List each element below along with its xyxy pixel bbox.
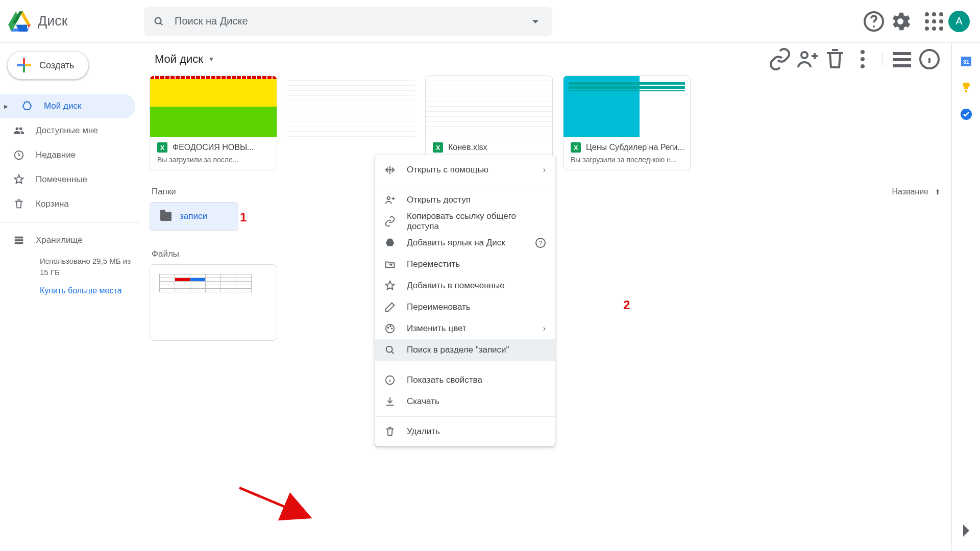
svg-point-9: [939, 19, 943, 23]
file-pane: Мой диск ▼: [140, 43, 951, 551]
file-card[interactable]: [150, 264, 277, 341]
svg-rect-21: [893, 52, 911, 55]
link-icon: [384, 216, 396, 227]
ctx-download[interactable]: Скачать: [375, 391, 555, 412]
ctx-get-link[interactable]: Копировать ссылку общего доступа: [375, 211, 555, 232]
right-side-panel: 31: [951, 43, 980, 551]
pane-header: Мой диск ▼: [140, 43, 951, 76]
help-icon[interactable]: ?: [535, 238, 546, 248]
file-subtitle: Вы загрузили за после...: [150, 155, 277, 170]
plus-icon: [17, 58, 31, 72]
settings-gear-icon[interactable]: [888, 9, 913, 34]
svg-point-6: [939, 12, 943, 16]
chevron-right-icon: ›: [543, 324, 546, 333]
keep-icon[interactable]: [960, 82, 972, 94]
content-wrapper: Создать ▶ Мой диск Доступные мне: [0, 43, 980, 551]
view-list-button[interactable]: [890, 47, 914, 71]
calendar-icon[interactable]: 31: [960, 55, 972, 67]
get-link-button[interactable]: [768, 47, 792, 71]
file-thumbnail: [564, 76, 690, 137]
pencil-icon: [384, 302, 396, 313]
nav-label: Хранилище: [36, 235, 83, 245]
expand-caret-icon[interactable]: ▶: [4, 104, 8, 109]
svg-rect-23: [893, 64, 911, 67]
svg-point-7: [925, 19, 929, 23]
svg-point-32: [386, 346, 393, 353]
ctx-delete[interactable]: Удалить: [375, 421, 555, 442]
search-options-icon[interactable]: [528, 9, 543, 34]
ctx-add-shortcut[interactable]: Добавить ярлык на Диск ?: [375, 232, 555, 254]
svg-rect-15: [15, 239, 23, 241]
nav-recent[interactable]: Недавние: [0, 143, 135, 167]
svg-line-33: [391, 352, 394, 354]
file-card[interactable]: X ФЕОДОСИЯ НОВЫ... Вы загрузили за после…: [150, 76, 277, 170]
nav-my-drive[interactable]: ▶ Мой диск: [0, 94, 135, 118]
ctx-rename[interactable]: Переименовать: [375, 296, 555, 318]
svg-rect-39: [965, 90, 967, 92]
nav-shared[interactable]: Доступные мне: [0, 118, 135, 143]
sort-direction-icon: [934, 188, 942, 196]
nav-trash[interactable]: Корзина: [0, 192, 135, 216]
svg-line-1: [160, 22, 162, 24]
ctx-move[interactable]: Переместить: [375, 254, 555, 275]
create-button[interactable]: Создать: [7, 51, 89, 80]
sheets-icon: X: [571, 142, 581, 153]
help-icon[interactable]: [862, 9, 886, 34]
star-icon: [384, 280, 396, 291]
storage-icon: [13, 235, 24, 246]
ctx-details[interactable]: Показать свойства: [375, 369, 555, 391]
file-thumbnail: [150, 274, 277, 340]
sheets-icon: X: [433, 142, 443, 153]
folder-icon: [160, 212, 172, 221]
ctx-share[interactable]: Открыть доступ: [375, 189, 555, 211]
apps-grid-icon[interactable]: [922, 9, 946, 34]
file-title: Конев.xlsx: [448, 143, 487, 152]
location-dropdown[interactable]: Мой диск ▼: [150, 49, 219, 69]
storage-usage-text: Использовано 29,5 МБ из 15 ГБ: [0, 252, 140, 278]
nav-storage[interactable]: Хранилище: [0, 229, 140, 252]
account-avatar[interactable]: А: [948, 11, 970, 32]
folder-name: записи: [180, 211, 207, 221]
tasks-icon[interactable]: [960, 108, 972, 120]
info-icon: [384, 374, 396, 386]
location-label: Мой диск: [155, 53, 203, 66]
ctx-open-with[interactable]: Открыть с помощью ›: [375, 159, 555, 181]
folder-item-records[interactable]: записи: [150, 202, 238, 231]
sheets-icon: X: [157, 142, 167, 153]
chevron-down-icon: ▼: [208, 56, 214, 63]
nav-label: Мой диск: [44, 101, 81, 111]
drive-shortcut-icon: [384, 237, 396, 248]
download-icon: [384, 396, 396, 407]
file-title: Цены Субдилер на Реги...: [586, 143, 684, 152]
context-menu: Открыть с помощью › Открыть доступ Копир…: [375, 155, 555, 446]
file-card[interactable]: X Цены Субдилер на Реги... Вы загрузили …: [563, 76, 691, 170]
product-name: Диск: [38, 13, 68, 29]
svg-rect-22: [893, 58, 911, 61]
section-header-files: Файлы: [152, 249, 179, 259]
details-toggle-button[interactable]: [917, 47, 942, 71]
ctx-search-in-folder[interactable]: Поиск в разделе "записи": [375, 339, 555, 361]
file-thumbnail: [426, 76, 552, 137]
svg-point-19: [861, 57, 865, 61]
chevron-right-icon[interactable]: [954, 518, 978, 543]
clock-icon: [13, 149, 24, 161]
nav-starred[interactable]: Помеченные: [0, 167, 135, 192]
svg-point-18: [861, 50, 865, 54]
svg-rect-14: [15, 237, 23, 239]
drive-nav-icon: [21, 101, 33, 112]
search-input[interactable]: [174, 15, 528, 28]
delete-button[interactable]: [823, 47, 847, 71]
sort-control[interactable]: Название: [892, 187, 942, 196]
more-options-button[interactable]: [850, 47, 875, 71]
trash-icon: [13, 198, 24, 210]
svg-point-5: [932, 12, 936, 16]
ctx-color[interactable]: Изменить цвет ›: [375, 318, 555, 339]
section-header-folders: Папки: [152, 187, 176, 197]
folder-move-icon: [384, 259, 396, 270]
ctx-star[interactable]: Добавить в помеченные: [375, 275, 555, 296]
file-thumbnail: [287, 76, 415, 137]
svg-point-20: [861, 64, 865, 68]
search-box[interactable]: [144, 7, 552, 36]
buy-storage-link[interactable]: Купить больше места: [0, 278, 140, 295]
share-button[interactable]: [795, 47, 820, 71]
